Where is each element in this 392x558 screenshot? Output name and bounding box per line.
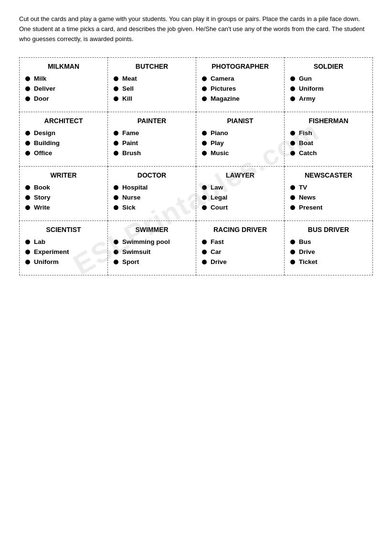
bullet-icon — [202, 86, 207, 91]
bullet-icon — [202, 131, 207, 136]
bullet-icon — [290, 260, 295, 264]
bullet-icon — [290, 240, 295, 244]
bullet-icon — [202, 260, 207, 264]
list-item: Design — [25, 129, 102, 137]
bullet-icon — [290, 76, 295, 81]
card-title: SOLDIER — [290, 63, 367, 70]
instructions-text: Cut out the cards and play a game with y… — [19, 14, 372, 44]
card-title: WRITER — [25, 171, 102, 179]
list-item: Lab — [25, 238, 102, 245]
card-milkman: MILKMANMilkDeliverDoor — [20, 58, 108, 112]
card-scientist: SCIENTISTLabExperimentUniform — [20, 221, 108, 275]
card-list: MilkDeliverDoor — [25, 75, 102, 102]
card-racing-driver: RACING DRIVERFastCarDrive — [196, 221, 285, 275]
bullet-icon — [202, 96, 207, 101]
card-title: PIANIST — [202, 117, 278, 125]
list-item: Fast — [202, 238, 278, 245]
card-architect: ARCHITECTDesignBuildingOffice — [20, 112, 108, 167]
list-item: Car — [202, 248, 278, 255]
bullet-icon — [290, 96, 295, 101]
list-item: Camera — [202, 75, 278, 82]
list-item: Gun — [290, 75, 367, 82]
list-item: Milk — [25, 75, 102, 82]
list-item: Legal — [202, 194, 278, 201]
bullet-icon — [202, 185, 207, 190]
list-item: Court — [202, 204, 278, 211]
list-item: Write — [25, 204, 102, 211]
list-item: Piano — [202, 129, 278, 137]
list-item: Hospital — [114, 184, 190, 191]
list-item: Army — [290, 95, 367, 102]
list-item: Building — [25, 139, 102, 147]
list-item: Brush — [114, 149, 190, 157]
list-item: Catch — [290, 149, 367, 157]
list-item: Uniform — [290, 85, 367, 92]
card-butcher: BUTCHERMeatSellKill — [108, 58, 196, 112]
bullet-icon — [114, 250, 118, 254]
card-title: BUS DRIVER — [290, 226, 367, 233]
list-item: Deliver — [25, 85, 102, 92]
list-item: Uniform — [25, 258, 102, 265]
list-item: Swimsuit — [114, 248, 190, 255]
card-newscaster: NEWSCASTERTVNewsPresent — [285, 167, 373, 221]
list-item: Experiment — [25, 248, 102, 255]
bullet-icon — [290, 250, 295, 254]
card-bus-driver: BUS DRIVERBusDriveTicket — [285, 221, 373, 275]
card-pianist: PIANISTPianoPlayMusic — [196, 112, 285, 167]
bullet-icon — [25, 250, 30, 254]
bullet-icon — [202, 205, 207, 210]
list-item: Drive — [290, 248, 367, 255]
card-lawyer: LAWYERLawLegalCourt — [196, 167, 285, 221]
bullet-icon — [114, 131, 118, 136]
card-doctor: DOCTORHospitalNurseSick — [108, 167, 196, 221]
bullet-icon — [25, 131, 30, 136]
list-item: Pictures — [202, 85, 278, 92]
list-item: Fame — [114, 129, 190, 137]
bullet-icon — [114, 195, 118, 200]
card-list: GunUniformArmy — [290, 75, 367, 102]
card-list: FamePaintBrush — [114, 129, 190, 157]
card-list: BookStoryWrite — [25, 184, 102, 211]
card-list: FastCarDrive — [202, 238, 278, 265]
bullet-icon — [114, 151, 118, 156]
card-list: FishBoatCatch — [290, 129, 367, 157]
bullet-icon — [114, 96, 118, 101]
bullet-icon — [114, 205, 118, 210]
card-soldier: SOLDIERGunUniformArmy — [285, 58, 373, 112]
bullet-icon — [25, 240, 30, 244]
bullet-icon — [202, 141, 207, 146]
bullet-icon — [25, 260, 30, 264]
card-title: BUTCHER — [114, 63, 190, 70]
bullet-icon — [25, 141, 30, 146]
list-item: Sport — [114, 258, 190, 265]
list-item: Meat — [114, 75, 190, 82]
card-list: Swimming poolSwimsuitSport — [114, 238, 190, 265]
card-list: DesignBuildingOffice — [25, 129, 102, 157]
list-item: Law — [202, 184, 278, 191]
bullet-icon — [114, 86, 118, 91]
bullet-icon — [25, 195, 30, 200]
card-title: SWIMMER — [114, 226, 190, 233]
bullet-icon — [114, 260, 118, 264]
bullet-icon — [290, 151, 295, 156]
card-list: TVNewsPresent — [290, 184, 367, 211]
bullet-icon — [25, 86, 30, 91]
bullet-icon — [290, 205, 295, 210]
list-item: Play — [202, 139, 278, 147]
card-title: NEWSCASTER — [290, 171, 367, 179]
bullet-icon — [202, 240, 207, 244]
card-title: RACING DRIVER — [202, 226, 278, 233]
bullet-icon — [25, 151, 30, 156]
bullet-icon — [202, 195, 207, 200]
bullet-icon — [290, 131, 295, 136]
card-list: LawLegalCourt — [202, 184, 278, 211]
list-item: Nurse — [114, 194, 190, 201]
bullet-icon — [290, 141, 295, 146]
card-painter: PAINTERFamePaintBrush — [108, 112, 196, 167]
card-photographer: PHOTOGRAPHERCameraPicturesMagazine — [196, 58, 285, 112]
card-title: DOCTOR — [114, 171, 190, 179]
card-title: LAWYER — [202, 171, 278, 179]
card-title: FISHERMAN — [290, 117, 367, 125]
card-list: BusDriveTicket — [290, 238, 367, 265]
card-title: PHOTOGRAPHER — [202, 63, 278, 70]
